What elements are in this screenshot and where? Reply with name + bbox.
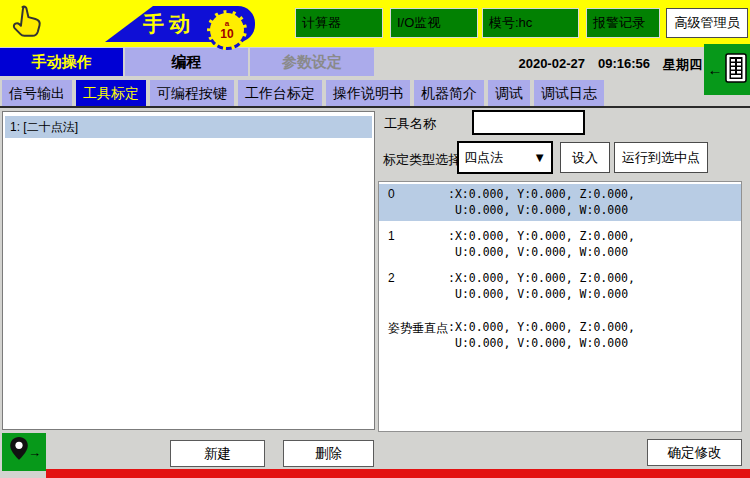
keypad-toggle-button[interactable]: ← <box>704 44 750 95</box>
locate-button[interactable]: → <box>2 433 46 471</box>
sub-tab-bar: 信号输出 工具标定 可编程按键 工作台标定 操作说明书 机器简介 调试 调试日志 <box>2 80 604 106</box>
point-coordinates: :X:0.000, Y:0.000, Z:0.000, U:0.000, V:0… <box>448 271 635 302</box>
calibration-type-label: 标定类型选择 <box>383 151 461 169</box>
calibration-type-value: 四点法 <box>464 149 503 167</box>
tab-manual-operation[interactable]: 手动操作 <box>0 48 123 76</box>
tab-operation-manual[interactable]: 操作说明书 <box>326 80 410 106</box>
point-row-vertical-posture[interactable]: 姿势垂直点 :X:0.000, Y:0.000, Z:0.000, U:0.00… <box>379 317 741 354</box>
confirm-modify-button[interactable]: 确定修改 <box>647 439 742 466</box>
point-row-1[interactable]: 1 :X:0.000, Y:0.000, Z:0.000, U:0.000, V… <box>379 226 741 263</box>
calibration-points-list: 0 :X:0.000, Y:0.000, Z:0.000, U:0.000, V… <box>378 181 742 432</box>
tab-separator <box>0 106 750 108</box>
alarm-log-button[interactable]: 报警记录 <box>586 8 660 38</box>
tool-list-panel: 1: [二十点法] <box>2 111 375 430</box>
tool-list-item[interactable]: 1: [二十点法] <box>5 116 372 138</box>
locate-arrow-icon: → <box>28 445 41 460</box>
weekday-text: 星期四 <box>663 56 702 74</box>
hand-pointer-icon <box>8 4 42 46</box>
tab-parameter-setting: 参数设定 <box>250 48 374 76</box>
io-monitor-button[interactable]: I/O监视 <box>390 8 478 38</box>
tab-programmable-keys[interactable]: 可编程按键 <box>150 80 234 106</box>
point-row-0[interactable]: 0 :X:0.000, Y:0.000, Z:0.000, U:0.000, V… <box>379 184 741 221</box>
point-label: 1 <box>388 229 448 260</box>
tab-signal-output[interactable]: 信号输出 <box>2 80 72 106</box>
status-bar <box>46 469 750 478</box>
delete-button[interactable]: 删除 <box>283 440 374 467</box>
tool-name-label: 工具名称 <box>384 115 436 133</box>
keypad-icon <box>725 53 747 87</box>
back-arrow-icon: ← <box>708 61 723 78</box>
tab-programming[interactable]: 编程 <box>125 48 248 76</box>
speed-gear-icon[interactable]: a 10 <box>207 10 247 50</box>
calibration-type-select[interactable]: 四点法 ▼ <box>457 141 553 174</box>
title-bar: 手动 a 10 计算器 I/O监视 模号:hc 报警记录 高级管理员 <box>0 0 750 47</box>
mode-label: 手动 <box>143 10 195 38</box>
date-text: 2020-02-27 <box>518 56 585 74</box>
tab-workbench-calibration[interactable]: 工作台标定 <box>238 80 322 106</box>
point-coordinates: :X:0.000, Y:0.000, Z:0.000, U:0.000, V:0… <box>448 229 635 260</box>
datetime-display: 2020-02-27 09:16:56 星期四 <box>518 56 702 74</box>
chevron-down-icon: ▼ <box>533 150 546 165</box>
set-button[interactable]: 设入 <box>560 142 610 173</box>
calculator-button[interactable]: 计算器 <box>295 8 383 38</box>
point-row-2[interactable]: 2 :X:0.000, Y:0.000, Z:0.000, U:0.000, V… <box>379 268 741 305</box>
run-to-point-button[interactable]: 运行到选中点 <box>614 142 708 173</box>
point-label: 姿势垂直点 <box>388 320 448 351</box>
tab-machine-intro[interactable]: 机器简介 <box>414 80 484 106</box>
point-label: 2 <box>388 271 448 302</box>
teach-pendant-screen: 手动 a 10 计算器 I/O监视 模号:hc 报警记录 高级管理员 手动操作 … <box>0 0 750 478</box>
user-role-button[interactable]: 高级管理员 <box>666 8 748 38</box>
tool-name-input[interactable] <box>472 110 585 135</box>
speed-value: 10 <box>220 28 233 40</box>
point-coordinates: :X:0.000, Y:0.000, Z:0.000, U:0.000, V:0… <box>448 320 635 351</box>
point-label: 0 <box>388 187 448 218</box>
tab-debug[interactable]: 调试 <box>488 80 530 106</box>
point-coordinates: :X:0.000, Y:0.000, Z:0.000, U:0.000, V:0… <box>448 187 635 218</box>
tab-tool-calibration[interactable]: 工具标定 <box>76 80 146 106</box>
model-number-button[interactable]: 模号:hc <box>482 8 579 38</box>
new-button[interactable]: 新建 <box>170 440 265 467</box>
time-text: 09:16:56 <box>598 56 650 74</box>
tab-debug-log[interactable]: 调试日志 <box>534 80 604 106</box>
